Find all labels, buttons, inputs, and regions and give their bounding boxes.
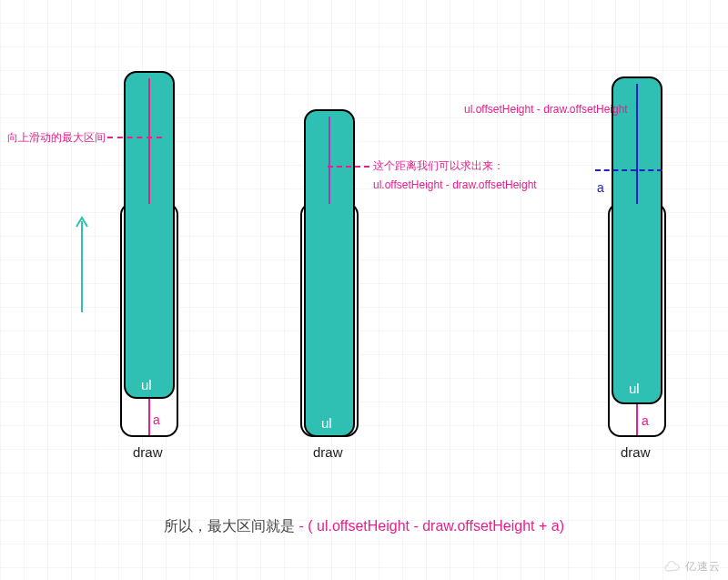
- cloud-icon: [663, 561, 682, 574]
- draw-label-3: draw: [621, 444, 651, 460]
- draw-label-2: draw: [313, 444, 343, 460]
- dash-mid: [328, 166, 369, 168]
- ul-label-1: ul: [141, 377, 152, 392]
- a-label-1: a: [153, 412, 160, 427]
- dash-right: [595, 169, 662, 171]
- watermark-text: 亿速云: [685, 559, 721, 575]
- centerline-1: [148, 78, 150, 204]
- up-arrow-icon: [75, 214, 89, 312]
- anno-mid-1: 这个距离我们可以求出来：: [373, 158, 504, 174]
- anno-mid-2: ul.offsetHeight - draw.offsetHeight: [373, 178, 537, 191]
- a-label-3-top: a: [597, 180, 604, 195]
- anno-left-title: 向上滑动的最大区间: [7, 130, 106, 146]
- conclusion-formula: - ( ul.offsetHeight - draw.offsetHeight …: [298, 518, 564, 534]
- ul-label-2: ul: [321, 415, 332, 431]
- a-label-3-bottom: a: [642, 413, 649, 428]
- a-line-3: [636, 404, 638, 435]
- dash-left-title: [107, 137, 162, 138]
- centerline-3: [636, 84, 638, 204]
- ul-label-3: ul: [629, 381, 640, 396]
- diagram-stage: 向上滑动的最大区间 ul a draw 这个距离我们可以求出来： ul.offs…: [0, 0, 728, 580]
- watermark: 亿速云: [663, 559, 721, 575]
- a-line-1: [148, 399, 150, 435]
- draw-label-1: draw: [133, 444, 163, 460]
- conclusion-text: 所以，最大区间就是 - ( ul.offsetHeight - draw.off…: [0, 517, 728, 536]
- centerline-2: [329, 117, 330, 204]
- anno-right-top: ul.offsetHeight - draw.offsetHeight: [464, 103, 628, 116]
- conclusion-prefix: 所以，最大区间就是: [164, 518, 298, 534]
